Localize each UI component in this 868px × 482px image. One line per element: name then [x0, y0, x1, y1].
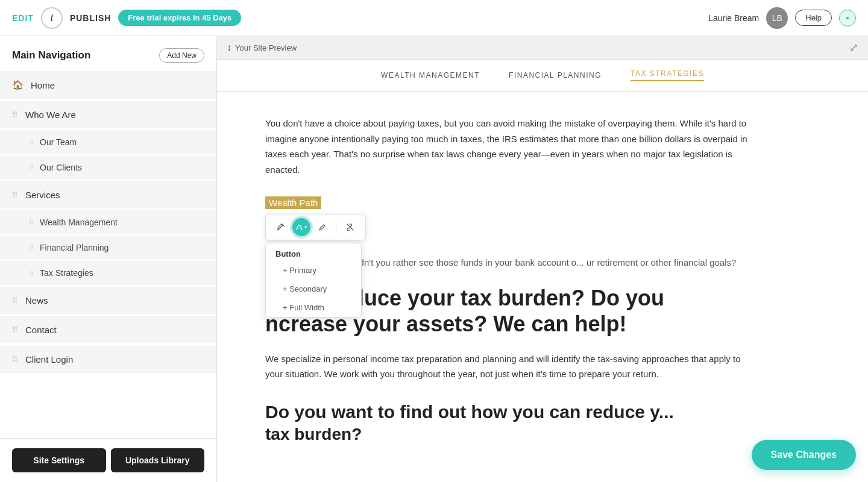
toolbar-separator — [336, 221, 336, 233]
drag-icon: ⠿ — [29, 164, 34, 172]
sidebar-item-who-we-are[interactable]: ⠿ Who We Are — [0, 101, 216, 128]
dropdown-item-full-width[interactable]: + Full Width — [266, 298, 361, 317]
publish-label[interactable]: PUBLISH — [70, 13, 111, 23]
preview-bar: ↕ Your Site Preview ⤢ — [217, 36, 868, 60]
sidebar-item-home[interactable]: 🏠 Home — [0, 71, 216, 99]
sidebar-item-tax-strategies[interactable]: ⠿ Tax Strategies — [0, 261, 216, 285]
add-new-button[interactable]: Add New — [159, 48, 204, 63]
sidebar-item-news[interactable]: ⠿ News — [0, 287, 216, 314]
user-name: Laurie Bream — [708, 13, 759, 23]
uploads-library-button[interactable]: Uploads Library — [111, 448, 205, 472]
toolbar-wrapper: Wealth Path ▾ — [265, 196, 366, 240]
edit-label[interactable]: EDIT — [12, 13, 34, 23]
expand-arrows-icon: ↕ — [227, 42, 231, 53]
sidebar-item-our-clients[interactable]: ⠿ Our Clients — [0, 155, 216, 180]
trial-badge: Free trial expires in 45 Days — [118, 10, 241, 26]
resize-icon[interactable]: ⤢ — [849, 41, 858, 54]
site-settings-button[interactable]: Site Settings — [12, 448, 106, 472]
sidebar: Main Navigation Add New 🏠 Home ⠿ Who We … — [0, 36, 217, 482]
preview-subnav: WEALTH MANAGEMENT FINANCIAL PLANNING TAX… — [217, 60, 868, 92]
content-area: ↕ Your Site Preview ⤢ WEALTH MANAGEMENT … — [217, 36, 868, 482]
top-bar-right: Laurie Bream LB Help ● — [708, 7, 856, 29]
avatar: LB — [766, 7, 788, 29]
main-layout: Main Navigation Add New 🏠 Home ⠿ Who We … — [0, 36, 868, 482]
sidebar-item-contact[interactable]: ⠿ Contact — [0, 316, 216, 343]
sidebar-bottom: Site Settings Uploads Library — [0, 438, 216, 482]
unlink-button[interactable] — [341, 218, 359, 236]
edit-text-button[interactable] — [313, 218, 331, 236]
sidebar-item-financial-planning[interactable]: ⠿ Financial Planning — [0, 236, 216, 260]
top-bar: EDIT t PUBLISH Free trial expires in 45 … — [0, 0, 868, 36]
drag-icon: ⠿ — [29, 269, 34, 277]
drag-icon: ⠿ — [12, 355, 18, 364]
drag-icon: ⠿ — [29, 219, 34, 227]
toolbar-popup: ▾ — [265, 214, 366, 240]
drag-icon: ⠿ — [12, 296, 18, 305]
sidebar-item-our-team[interactable]: ⠿ Our Team — [0, 130, 216, 154]
subnav-financial-planning[interactable]: FINANCIAL PLANNING — [509, 71, 602, 80]
dropdown-item-secondary[interactable]: + Secondary — [266, 280, 361, 298]
subnav-tax-strategies[interactable]: TAX STRATEGIES — [631, 69, 704, 81]
dropdown-section-label: Button — [266, 243, 361, 261]
drag-icon: ⠿ — [12, 325, 18, 334]
edit-link-button[interactable] — [272, 218, 290, 236]
preview-label: ↕ Your Site Preview — [227, 42, 297, 53]
notification-icon[interactable]: ● — [839, 10, 856, 27]
sidebar-item-services[interactable]: ⠿ Services — [0, 181, 216, 208]
drag-icon: ⠿ — [12, 110, 18, 119]
dropdown-menu: Button + Primary + Secondary + Full Widt… — [265, 243, 362, 318]
preview-content: You don't have a choice about paying tax… — [217, 92, 868, 481]
save-changes-button[interactable]: Save Changes — [752, 440, 856, 470]
drag-icon: ⠿ — [29, 139, 34, 146]
logo-circle: t — [41, 7, 63, 29]
drag-icon: ⠿ — [29, 244, 34, 252]
site-preview: WEALTH MANAGEMENT FINANCIAL PLANNING TAX… — [217, 60, 868, 482]
preview-paragraph: You don't have a choice about paying tax… — [265, 116, 747, 177]
sidebar-item-wealth-management[interactable]: ⠿ Wealth Management — [0, 210, 216, 234]
sidebar-title: Main Navigation — [12, 49, 90, 61]
dropdown-item-primary[interactable]: + Primary — [266, 261, 361, 280]
subnav-wealth-management[interactable]: WEALTH MANAGEMENT — [381, 71, 480, 80]
sidebar-header: Main Navigation Add New — [0, 36, 216, 70]
wealth-path-link[interactable]: Wealth Path — [265, 196, 321, 209]
help-button[interactable]: Help — [795, 10, 832, 26]
style-dropdown-button[interactable]: ▾ — [292, 218, 310, 236]
top-bar-left: EDIT t PUBLISH Free trial expires in 45 … — [12, 7, 241, 29]
home-icon: 🏠 — [12, 80, 24, 90]
drag-icon: ⠿ — [12, 190, 18, 199]
preview-heading-2: Do you want to find out how you can redu… — [265, 401, 723, 445]
preview-body-text: We specialize in personal income tax pre… — [265, 351, 747, 382]
sidebar-item-client-login[interactable]: ⠿ Client Login — [0, 346, 216, 373]
